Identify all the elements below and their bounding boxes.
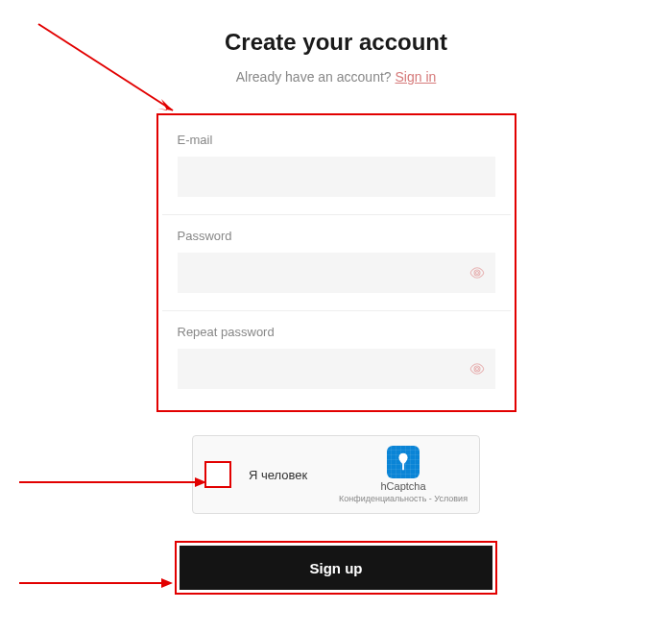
form-fields-box: E-mail Password Repeat password [156,113,516,412]
email-field[interactable] [187,157,486,197]
signin-link[interactable]: Sign in [395,69,436,85]
repeat-password-group: Repeat password [162,310,511,406]
captcha-brand: hCaptcha Конфиденциальность - Условия [339,446,468,503]
svg-point-0 [475,272,478,275]
password-input-wrap [178,253,495,293]
svg-rect-2 [402,464,404,470]
captcha-legal: Конфиденциальность - Условия [339,494,468,503]
subtitle: Already have an account? Sign in [236,69,437,85]
captcha-checkbox[interactable] [204,461,231,488]
repeat-password-field[interactable] [187,349,468,389]
hcaptcha-widget: Я человек hCaptcha Конфиденциальность - … [192,435,480,514]
password-group: Password [162,214,511,310]
captcha-privacy-link[interactable]: Конфиденциальность [339,494,426,503]
captcha-brand-name: hCaptcha [380,480,425,492]
repeat-password-input-wrap [178,349,495,389]
svg-point-1 [475,368,478,371]
email-input-wrap [178,157,495,197]
hcaptcha-logo-icon [387,446,420,478]
password-field[interactable] [187,253,468,293]
signup-button[interactable]: Sign up [180,546,492,590]
eye-icon[interactable] [468,360,486,378]
signup-form-container: Create your account Already have an acco… [0,0,672,623]
email-group: E-mail [162,119,511,214]
page-title: Create your account [225,29,447,56]
signup-button-highlight: Sign up [175,541,497,595]
eye-icon[interactable] [468,264,486,281]
subtitle-text: Already have an account? [236,69,396,85]
email-label: E-mail [178,133,495,147]
repeat-password-label: Repeat password [178,325,495,339]
captcha-label: Я человек [249,468,339,482]
captcha-terms-link[interactable]: Условия [434,494,468,503]
password-label: Password [178,229,495,243]
